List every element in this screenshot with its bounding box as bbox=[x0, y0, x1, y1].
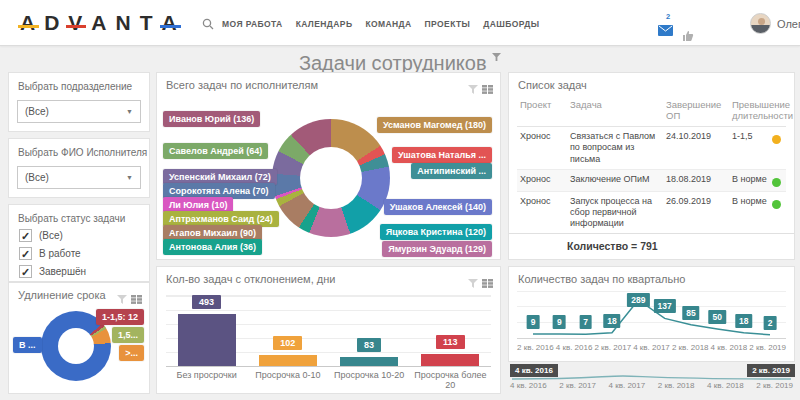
column-header[interactable]: Проект bbox=[517, 97, 567, 126]
column-header[interactable]: Завершение ОП bbox=[663, 97, 729, 126]
column-header[interactable]: Задача bbox=[567, 97, 663, 126]
advanta-logo[interactable]: ADVANTA bbox=[20, 11, 186, 35]
executor-label-chip[interactable]: Антонова Алия (36) bbox=[163, 239, 262, 255]
bar-value-label: 83 bbox=[357, 338, 381, 352]
deviation-x-labels: Без просрочкиПросрочка 0-10Просрочка 10-… bbox=[166, 370, 491, 390]
delay-label-chip[interactable]: 1-1,5: 12 bbox=[96, 309, 144, 325]
delay-label-chip[interactable]: В ... bbox=[13, 337, 42, 353]
nav-item-календарь[interactable]: КАЛЕНДАРЬ bbox=[296, 19, 353, 29]
line-point-label[interactable]: 137 bbox=[654, 299, 676, 313]
executor-label-chip[interactable]: Яцкова Кристина (120) bbox=[380, 224, 492, 240]
line-point-label[interactable]: 18 bbox=[603, 314, 620, 328]
line-point-label[interactable]: 7 bbox=[579, 315, 592, 329]
bar-group[interactable]: 83 bbox=[329, 338, 410, 366]
main-nav: МОЯ РАБОТАКАЛЕНДАРЬКОМАНДАПРОЕКТЫДАШБОРД… bbox=[222, 19, 539, 29]
nav-item-команда[interactable]: КОМАНДА bbox=[365, 19, 411, 29]
status-checkbox-row[interactable]: ✓Завершён bbox=[19, 265, 86, 278]
bar bbox=[421, 354, 479, 366]
table-row[interactable]: ХроносЗапуск процесса на сбор первичной … bbox=[517, 192, 786, 233]
cell-excess: 1-1,5 bbox=[729, 127, 786, 169]
line-point-label[interactable]: 289 bbox=[627, 293, 649, 307]
bar-value-label: 113 bbox=[436, 335, 465, 349]
deviation-chart-panel: Кол-во задач с отклонением, дни 49310283… bbox=[156, 266, 501, 394]
slider-tick-label: 2 кв. 2019 bbox=[756, 381, 793, 390]
nav-item-моя-работа[interactable]: МОЯ РАБОТА bbox=[222, 19, 283, 29]
bar-value-label: 102 bbox=[273, 336, 302, 350]
executor-label-chip[interactable]: Усманов Магомед (180) bbox=[377, 117, 492, 133]
status-option-label: Завершён bbox=[39, 266, 86, 277]
user-name[interactable]: Олег bbox=[777, 18, 800, 30]
bar-category-label: Без просрочки bbox=[166, 370, 247, 390]
x-tick-label: 4 кв. 2018 bbox=[711, 343, 748, 352]
line-point-label[interactable]: 85 bbox=[682, 306, 699, 320]
table-row[interactable]: ХроносЗаключение ОПиМ18.08.2019В норме bbox=[517, 170, 786, 192]
x-tick-label: 2 кв. 2019 bbox=[749, 343, 786, 352]
executor-label-chip[interactable]: Антипинский ... bbox=[411, 163, 492, 179]
grid-view-icon[interactable] bbox=[482, 274, 493, 292]
line-point-label[interactable]: 9 bbox=[553, 315, 566, 329]
executor-label-chip[interactable]: Савелов Андрей (64) bbox=[163, 143, 268, 159]
grid-view-icon[interactable] bbox=[482, 80, 493, 98]
slider-tick-label: 2 кв. 2018 bbox=[658, 381, 695, 390]
checkbox-icon[interactable]: ✓ bbox=[19, 265, 32, 278]
checkbox-icon[interactable]: ✓ bbox=[19, 247, 32, 260]
filter-icon[interactable] bbox=[468, 274, 478, 292]
chevron-down-icon: ▼ bbox=[126, 101, 133, 122]
notifications-badge: 2 bbox=[666, 12, 670, 21]
x-tick-label: 2 кв. 2018 bbox=[672, 343, 709, 352]
executor-label-chip[interactable]: Иванов Юрий (136) bbox=[163, 111, 260, 127]
nav-item-проекты[interactable]: ПРОЕКТЫ bbox=[425, 19, 471, 29]
bar-category-label: Просрочка 0-10 bbox=[247, 370, 328, 390]
status-checkbox-row[interactable]: ✓(Все) bbox=[19, 229, 63, 242]
grid-view-icon[interactable] bbox=[131, 290, 142, 308]
bar-category-label: Просрочка более 20 bbox=[410, 370, 491, 390]
line-point-label[interactable]: 2 bbox=[764, 316, 777, 330]
search-icon[interactable] bbox=[202, 16, 214, 34]
slider-tick-label: 4 кв. 2018 bbox=[707, 381, 744, 390]
executor-filter-label: Выбрать ФИО Исполнителя bbox=[18, 147, 147, 158]
status-option-label: (Все) bbox=[39, 230, 63, 241]
line-point-label[interactable]: 18 bbox=[735, 314, 752, 328]
cell-finish: 24.10.2019 bbox=[663, 127, 729, 169]
line-point-label[interactable]: 50 bbox=[709, 310, 726, 324]
dashboard-page: ADVANTA МОЯ РАБОТАКАЛЕНДАРЬКОМАНДАПРОЕКТ… bbox=[0, 0, 800, 400]
x-tick-label: 2 кв. 2016 bbox=[517, 343, 554, 352]
executor-label-chip[interactable]: Ушаков Алексей (140) bbox=[384, 199, 492, 215]
delay-label-chip[interactable]: 1,5... bbox=[112, 327, 144, 343]
column-header[interactable]: Превышение длительности bbox=[729, 97, 796, 126]
cell-finish: 18.08.2019 bbox=[663, 170, 729, 191]
slider-tick-label: 2 кв. 2017 bbox=[559, 381, 596, 390]
bar-value-label: 493 bbox=[192, 295, 221, 309]
division-select[interactable]: (Все)▼ bbox=[17, 100, 141, 123]
executor-select[interactable]: (Все)▼ bbox=[17, 166, 141, 189]
executor-label-chip[interactable]: Ушатова Наталья ... bbox=[392, 147, 492, 163]
status-filter-panel: Выбрать статус задачи ✓(Все)✓В работе✓За… bbox=[8, 204, 150, 282]
notifications-mail-icon[interactable]: 2 bbox=[658, 22, 674, 40]
bar-group[interactable]: 493 bbox=[166, 295, 247, 366]
thumbs-up-icon[interactable] bbox=[682, 27, 694, 45]
quarterly-x-labels: 2 кв. 20164 кв. 20162 кв. 20174 кв. 2017… bbox=[517, 343, 786, 352]
bar-group[interactable]: 102 bbox=[247, 336, 328, 366]
filter-icon[interactable] bbox=[117, 290, 127, 308]
x-tick-label: 4 кв. 2017 bbox=[633, 343, 670, 352]
task-table-header: ПроектЗадачаЗавершение ОППревышение длит… bbox=[517, 97, 786, 127]
slider-tick-label: 4 кв. 2017 bbox=[609, 381, 646, 390]
cell-task: Заключение ОПиМ bbox=[567, 170, 663, 191]
cell-task: Связаться с Павлом по вопросам из письма bbox=[567, 127, 663, 169]
x-tick-label: 2 кв. 2017 bbox=[594, 343, 631, 352]
status-checkbox-row[interactable]: ✓В работе bbox=[19, 247, 81, 260]
bar-group[interactable]: 113 bbox=[410, 335, 491, 366]
executors-donut-chart[interactable] bbox=[272, 119, 390, 237]
delay-label-chip[interactable]: >... bbox=[119, 345, 144, 361]
executors-chart-panel: Всего задач по исполнителям Иванов Юрий … bbox=[156, 72, 501, 260]
nav-item-дашборды[interactable]: ДАШБОРДЫ bbox=[483, 19, 539, 29]
executor-label-chip[interactable]: Ямурзин Эдуард (129) bbox=[382, 241, 492, 257]
title-filter-icon[interactable] bbox=[492, 53, 501, 62]
bar bbox=[340, 357, 398, 366]
top-navbar: ADVANTA МОЯ РАБОТАКАЛЕНДАРЬКОМАНДАПРОЕКТ… bbox=[0, 0, 800, 46]
checkbox-icon[interactable]: ✓ bbox=[19, 229, 32, 242]
filter-icon[interactable] bbox=[468, 80, 478, 98]
table-row[interactable]: ХроносСвязаться с Павлом по вопросам из … bbox=[517, 127, 786, 170]
line-point-label[interactable]: 9 bbox=[527, 315, 540, 329]
user-avatar[interactable] bbox=[750, 13, 771, 34]
